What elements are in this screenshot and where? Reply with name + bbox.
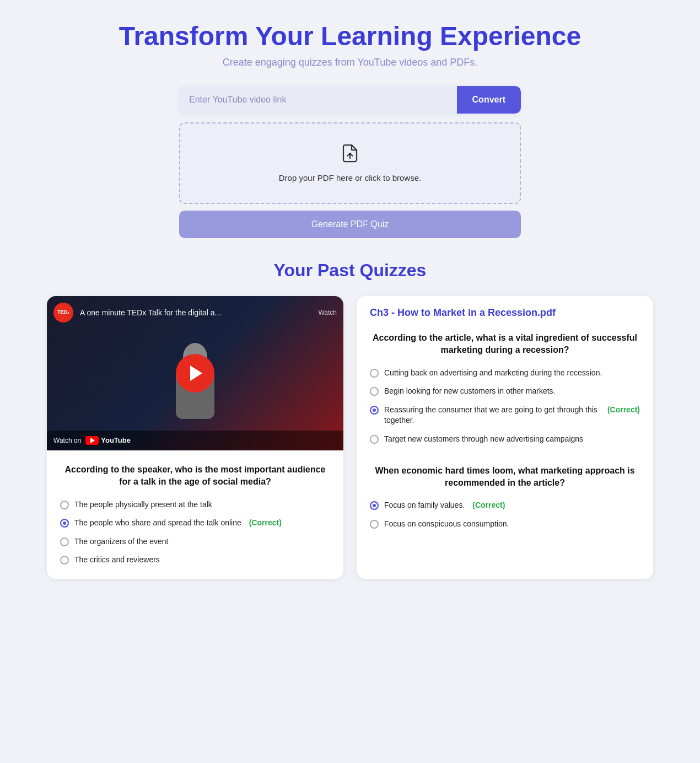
- video-top-bar: TEDx A one minute TEDx Talk for the digi…: [53, 303, 337, 323]
- pdf-quiz-options-1: Cutting back on advertising and marketin…: [370, 368, 640, 445]
- pdf-dropzone[interactable]: Drop your PDF here or click to browse.: [179, 122, 521, 204]
- correct-label: (Correct): [472, 500, 505, 511]
- radio-option-3[interactable]: [60, 556, 69, 565]
- list-item: The critics and reviewers: [60, 555, 330, 566]
- video-quiz-question: According to the speaker, who is the mos…: [60, 464, 330, 488]
- list-item: Begin looking for new customers in other…: [370, 386, 640, 397]
- radio-pdf-q2-1[interactable]: [370, 520, 379, 529]
- list-item: Focus on conspicuous consumption.: [370, 519, 640, 530]
- option-text: Focus on conspicuous consumption.: [384, 519, 509, 530]
- list-item: Focus on family values. (Correct): [370, 500, 640, 511]
- youtube-icon: [85, 436, 99, 445]
- video-bottom-bar: Watch on YouTube: [47, 431, 343, 450]
- option-text: Begin looking for new customers in other…: [384, 386, 555, 397]
- upload-icon: [191, 143, 509, 168]
- ted-logo: TEDx: [53, 303, 73, 323]
- correct-label: (Correct): [249, 518, 282, 529]
- radio-pdf-q2-0[interactable]: [370, 501, 379, 510]
- yt-play-icon: [90, 438, 95, 443]
- video-thumbnail[interactable]: TEDx A one minute TEDx Talk for the digi…: [47, 296, 343, 450]
- option-text: The people physically present at the tal…: [74, 499, 212, 511]
- ted-badge: TEDx A one minute TEDx Talk for the digi…: [53, 303, 221, 323]
- radio-option-2[interactable]: [60, 538, 69, 546]
- video-title-text: A one minute TEDx Talk for the digital a…: [80, 308, 221, 317]
- list-item: Reassuring the consumer that we are goin…: [370, 405, 640, 426]
- option-text: Focus on family values.: [384, 500, 465, 511]
- radio-pdf-q1-1[interactable]: [370, 387, 379, 396]
- radio-pdf-q1-3[interactable]: [370, 435, 379, 444]
- pdf-card-header: Ch3 - How to Market in a Recession.pdf: [357, 296, 653, 332]
- video-quiz-options: The people physically present at the tal…: [60, 499, 330, 566]
- url-row: Convert: [179, 86, 521, 114]
- dropzone-label: Drop your PDF here or click to browse.: [279, 173, 421, 182]
- option-text: Reassuring the consumer that we are goin…: [384, 405, 600, 426]
- list-item: The people physically present at the tal…: [60, 499, 330, 511]
- generate-pdf-quiz-button[interactable]: Generate PDF Quiz: [179, 211, 521, 238]
- watch-on-label: Watch on: [53, 437, 81, 444]
- radio-option-0[interactable]: [60, 501, 69, 509]
- list-item: Target new customers through new adverti…: [370, 434, 640, 445]
- option-text: The critics and reviewers: [74, 555, 160, 566]
- subtitle: Create engaging quizzes from YouTube vid…: [11, 57, 689, 68]
- pdf-title: Ch3 - How to Market in a Recession.pdf: [370, 307, 640, 319]
- play-triangle-icon: [190, 366, 202, 381]
- video-quiz-body: According to the speaker, who is the mos…: [47, 450, 343, 579]
- radio-pdf-q1-2[interactable]: [370, 406, 379, 415]
- option-text: The people who share and spread the talk…: [74, 518, 241, 529]
- main-title: Transform Your Learning Experience: [11, 22, 689, 51]
- watch-label: Watch: [318, 309, 337, 316]
- pdf-quiz-options-2: Focus on family values. (Correct) Focus …: [370, 500, 640, 529]
- list-item: The organizers of the event: [60, 536, 330, 547]
- past-quizzes-title: Your Past Quizzes: [47, 260, 653, 281]
- list-item: Cutting back on advertising and marketin…: [370, 368, 640, 379]
- page-header: Transform Your Learning Experience Creat…: [11, 22, 689, 68]
- pdf-quiz-question-2: When economic hard times loom, what mark…: [370, 465, 640, 490]
- convert-button[interactable]: Convert: [457, 86, 521, 114]
- option-text: The organizers of the event: [74, 536, 168, 547]
- pdf-quiz-card: Ch3 - How to Market in a Recession.pdf A…: [357, 296, 653, 579]
- video-quiz-card: TEDx A one minute TEDx Talk for the digi…: [47, 296, 343, 579]
- list-item: The people who share and spread the talk…: [60, 518, 330, 529]
- radio-pdf-q1-0[interactable]: [370, 369, 379, 378]
- correct-label: (Correct): [607, 405, 640, 416]
- past-quizzes-section: Your Past Quizzes TEDx A one minute TEDx…: [47, 260, 653, 579]
- play-circle[interactable]: [176, 354, 214, 393]
- pdf-quiz-question-1: According to the article, what is a vita…: [370, 332, 640, 357]
- option-text: Cutting back on advertising and marketin…: [384, 368, 602, 379]
- youtube-url-input[interactable]: [179, 86, 457, 114]
- youtube-logo: YouTube: [85, 436, 131, 445]
- hero-section: Convert Drop your PDF here or click to b…: [179, 86, 521, 238]
- radio-option-1[interactable]: [60, 519, 69, 528]
- youtube-text: YouTube: [101, 436, 131, 444]
- play-button[interactable]: [176, 354, 214, 393]
- option-text: Target new customers through new adverti…: [384, 434, 583, 445]
- quizzes-grid: TEDx A one minute TEDx Talk for the digi…: [47, 296, 653, 579]
- pdf-quiz-body: According to the article, what is a vita…: [357, 332, 653, 543]
